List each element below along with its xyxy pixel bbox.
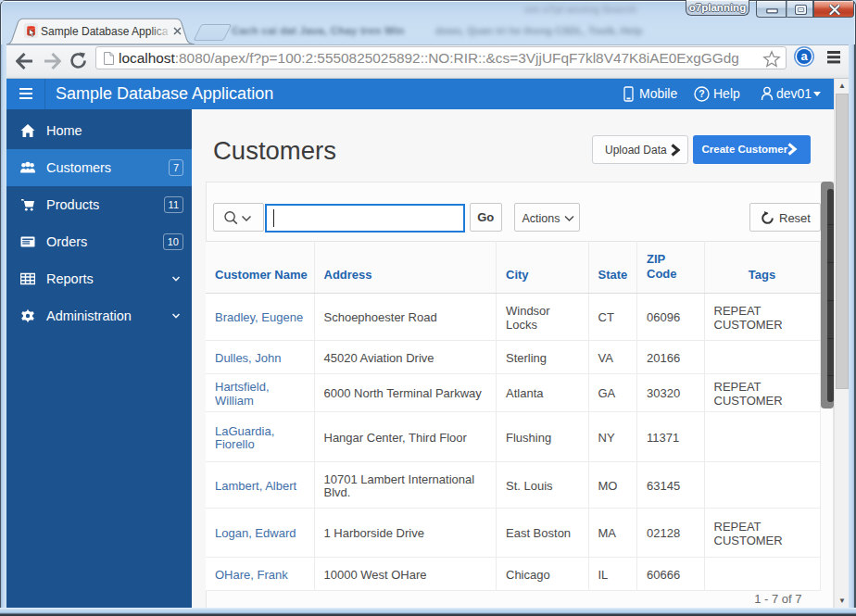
svg-text:?: ? xyxy=(699,88,704,99)
